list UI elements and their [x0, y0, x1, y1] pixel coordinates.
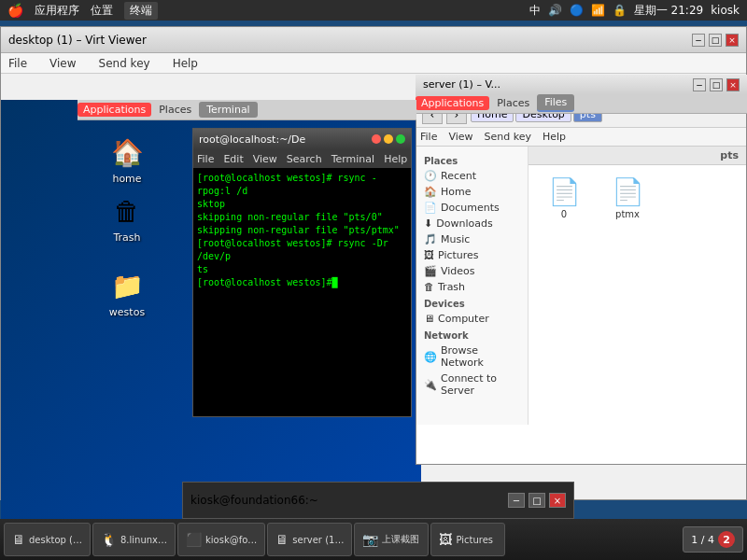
apple-icon[interactable]: 🍎	[7, 3, 23, 18]
lock-icon[interactable]: 🔒	[613, 4, 627, 17]
taskbar-item-pictures[interactable]: 🖼 Pictures	[430, 523, 505, 556]
taskbar-item-server[interactable]: 🖥 server (1…	[267, 523, 352, 556]
server-maximize-button[interactable]: □	[710, 78, 723, 91]
desktop-task-icon: 🖥	[12, 532, 25, 547]
fm-sidebar-downloads[interactable]: ⬇ Downloads	[416, 216, 528, 231]
term-menu-file[interactable]: File	[197, 153, 214, 165]
kiosk-terminal-title: kiosk@foundation66:~	[190, 494, 318, 507]
page-number-badge: 2	[718, 531, 735, 548]
server-virt-title-text: server (1) – V...	[423, 78, 500, 91]
menu-view[interactable]: View	[46, 55, 79, 72]
file-ptmx-icon: 📄	[612, 176, 644, 207]
taskbar-item-screenshot[interactable]: 📷 上课截图	[354, 523, 429, 556]
term-maximize-dot[interactable]	[396, 134, 405, 144]
fm-menu-file[interactable]: File	[420, 131, 437, 143]
fm-network-label: Network	[416, 327, 528, 343]
fm-sidebar-browse-network[interactable]: 🌐 Browse Network	[416, 343, 528, 371]
menu-sendkey[interactable]: Send key	[95, 55, 154, 72]
file-ptmx-name: ptmx	[615, 209, 640, 219]
taskbar-item-desktop[interactable]: 🖥 desktop (…	[4, 523, 91, 556]
server-menu-places[interactable]: Places	[489, 95, 537, 111]
fm-sidebar: Places 🕐 Recent 🏠 Home 📄 Documents ⬇ Dow…	[416, 147, 529, 425]
minimize-button[interactable]: −	[692, 34, 705, 47]
term-close-dot[interactable]	[372, 134, 381, 144]
menu-help[interactable]: Help	[169, 55, 202, 72]
fm-file-ptmx[interactable]: 📄 ptmx	[599, 173, 655, 223]
terminal-menubar: File Edit View Search Terminal Help	[193, 149, 411, 168]
taskbar-page-indicator[interactable]: 1 / 4 2	[683, 526, 743, 553]
close-button[interactable]: ×	[726, 34, 739, 47]
linux-task-label: 8.linunx…	[120, 535, 167, 545]
trash-sidebar-icon: 🗑	[424, 281, 434, 293]
file-manager: ‹ › Home Desktop pts File View Send key …	[416, 101, 747, 465]
win-controls: − □ ×	[692, 34, 739, 47]
term-minimize-dot[interactable]	[384, 134, 393, 144]
screenshot-task-label: 上课截图	[382, 533, 419, 546]
videos-icon: 🎬	[424, 265, 437, 277]
fm-sidebar-music[interactable]: 🎵 Music	[416, 231, 528, 247]
fm-sidebar-computer[interactable]: 🖥 Computer	[416, 311, 528, 327]
menu-places[interactable]: 位置	[91, 3, 113, 19]
term-menu-view[interactable]: View	[253, 153, 277, 165]
desktop-icon-trash[interactable]: 🗑 Trash	[94, 189, 160, 247]
server-menu-applications[interactable]: Applications	[416, 96, 489, 110]
fm-header-bar: pts	[529, 147, 746, 165]
home-label: home	[112, 173, 141, 185]
kiosk-minimize-button[interactable]: −	[508, 493, 525, 508]
desktop-icon-westos[interactable]: 📁 westos	[94, 263, 160, 322]
linux-task-icon: 🐧	[101, 532, 117, 547]
recent-icon: 🕐	[424, 170, 437, 182]
fm-sidebar-pictures[interactable]: 🖼 Pictures	[416, 247, 528, 263]
menu-applications[interactable]: 应用程序	[35, 3, 79, 19]
inner-menu-applications[interactable]: Applications	[78, 103, 151, 117]
music-label: Music	[441, 233, 470, 245]
fm-sidebar-home[interactable]: 🏠 Home	[416, 184, 528, 200]
terminal-body[interactable]: [root@localhost westos]# rsync -rpog:l /…	[193, 168, 411, 416]
desktop-icon-home[interactable]: 🏠 home	[94, 130, 160, 189]
connect-server-label: Connect to Server	[441, 372, 520, 397]
server-menu-files[interactable]: Files	[537, 94, 574, 112]
fm-sidebar-connect-server[interactable]: 🔌 Connect to Server	[416, 371, 528, 399]
file-0-icon: 📄	[548, 176, 581, 207]
term-menu-help[interactable]: Help	[384, 153, 407, 165]
fm-sidebar-documents[interactable]: 📄 Documents	[416, 200, 528, 216]
term-menu-search[interactable]: Search	[287, 153, 322, 165]
terminal-line-4: skipping non-regular file "pts/ptmx"	[197, 224, 407, 237]
term-menu-terminal[interactable]: Terminal	[331, 153, 375, 165]
bluetooth-icon[interactable]: 🔵	[570, 4, 584, 17]
volume-icon[interactable]: 🔊	[548, 4, 562, 17]
westos-label: westos	[109, 306, 145, 318]
server-minimize-button[interactable]: −	[693, 78, 706, 91]
inner-menu-places[interactable]: Places	[151, 102, 199, 118]
pictures-label: Pictures	[438, 249, 479, 261]
input-method[interactable]: 中	[529, 3, 541, 19]
fm-sidebar-videos[interactable]: 🎬 Videos	[416, 263, 528, 279]
wifi-icon[interactable]: 📶	[591, 4, 605, 17]
fm-menu-sendkey[interactable]: Send key	[485, 131, 531, 143]
kiosk-task-icon: ⬛	[186, 532, 202, 547]
server-close-button[interactable]: ×	[726, 78, 740, 91]
fm-file-0[interactable]: 📄 0	[536, 173, 592, 223]
taskbar-item-kiosk[interactable]: ⬛ kiosk@fo…	[177, 523, 265, 556]
kiosk-close-button[interactable]: ×	[549, 493, 566, 508]
trash-label: Trash	[113, 231, 140, 244]
fm-files-area: 📄 0 📄 ptmx	[529, 165, 746, 425]
fm-sidebar-trash[interactable]: 🗑 Trash	[416, 279, 528, 295]
fm-header-pts: pts	[720, 149, 739, 161]
fm-menu-view[interactable]: View	[448, 131, 472, 143]
virt-viewer-title: desktop (1) – Virt Viewer	[8, 34, 147, 47]
maximize-button[interactable]: □	[709, 34, 722, 47]
fm-places-label: Places	[416, 152, 528, 168]
term-menu-edit[interactable]: Edit	[223, 153, 243, 165]
downloads-label: Downloads	[436, 217, 492, 230]
terminal-title-text: root@localhost:~/De	[199, 133, 305, 146]
fm-menu-help[interactable]: Help	[543, 131, 566, 143]
inner-menu-terminal[interactable]: Terminal	[199, 102, 258, 118]
kiosk-maximize-button[interactable]: □	[529, 493, 545, 508]
computer-icon: 🖥	[424, 313, 434, 325]
fm-devices-label: Devices	[416, 295, 528, 311]
taskbar-item-linux[interactable]: 🐧 8.linunx…	[92, 523, 176, 556]
fm-sidebar-recent[interactable]: 🕐 Recent	[416, 168, 528, 184]
terminal-titlebar: root@localhost:~/De	[193, 129, 411, 149]
menu-file[interactable]: File	[5, 55, 31, 72]
